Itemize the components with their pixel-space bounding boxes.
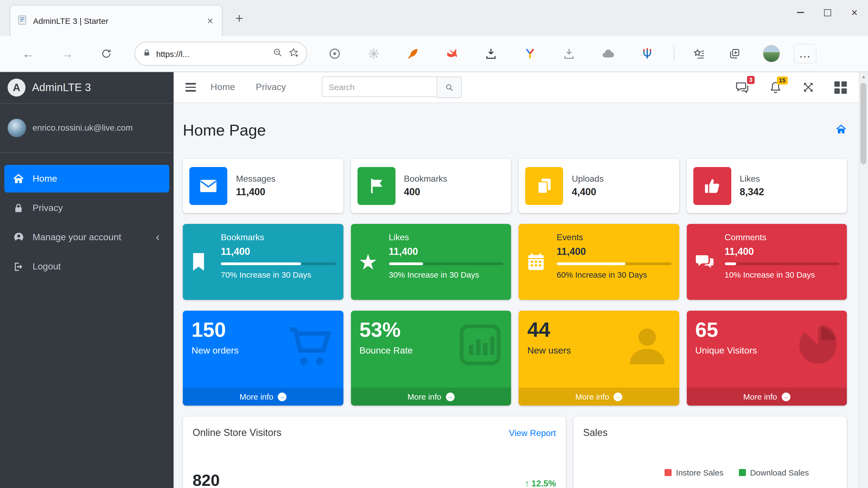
info-box-title: Uploads bbox=[572, 174, 603, 183]
download-dark-extension-icon[interactable] bbox=[484, 46, 498, 61]
tab-favicon-icon bbox=[17, 14, 28, 27]
info-box-title: Likes bbox=[740, 174, 760, 183]
back-button[interactable]: ← bbox=[16, 42, 40, 66]
tab-strip: AdminLTE 3 | Starter × + × bbox=[0, 0, 868, 36]
extensions-row bbox=[328, 46, 654, 61]
notifications-button[interactable]: 15 bbox=[769, 80, 782, 94]
fullscreen-button[interactable] bbox=[802, 81, 815, 94]
close-icon: × bbox=[851, 7, 858, 18]
zoom-out-icon[interactable] bbox=[273, 48, 283, 60]
gear-extension-icon[interactable] bbox=[367, 46, 381, 61]
favorites-hub-icon[interactable] bbox=[692, 46, 706, 61]
scrollbar-thumb[interactable] bbox=[860, 83, 866, 164]
forward-button[interactable]: → bbox=[55, 42, 79, 66]
info-box-title: Messages bbox=[236, 174, 276, 183]
hamburger-icon[interactable] bbox=[182, 79, 198, 95]
profile-avatar[interactable] bbox=[763, 45, 780, 62]
scroll-up-icon[interactable]: ▲ bbox=[859, 72, 868, 81]
vertical-scrollbar[interactable]: ▲ bbox=[859, 72, 868, 488]
collections-icon[interactable] bbox=[727, 46, 742, 61]
more-info-link[interactable]: More info → bbox=[519, 388, 679, 405]
shopping-cart-icon bbox=[287, 323, 335, 372]
logout-icon bbox=[10, 261, 27, 272]
messages-button[interactable]: 3 bbox=[735, 80, 749, 94]
minimize-button[interactable] bbox=[786, 0, 814, 25]
navbar-link-home[interactable]: Home bbox=[211, 82, 235, 93]
more-info-link[interactable]: More info → bbox=[351, 388, 511, 405]
trident-extension-icon[interactable] bbox=[640, 46, 654, 61]
navbar-icons: 3 15 bbox=[735, 80, 847, 94]
circle-dot-extension-icon[interactable] bbox=[328, 46, 342, 61]
pie-chart-icon bbox=[794, 323, 838, 369]
refresh-button[interactable] bbox=[94, 42, 118, 66]
progress-box-events: Events 11,400 60% Increase in 30 Days bbox=[519, 224, 679, 300]
breadcrumb-home-icon[interactable] bbox=[835, 123, 847, 137]
search-button[interactable] bbox=[437, 76, 462, 98]
progress-bar bbox=[557, 262, 671, 265]
toolbar-separator bbox=[674, 46, 674, 61]
info-box-value: 400 bbox=[404, 187, 447, 198]
info-box-bookmarks: Bookmarks400 bbox=[351, 159, 511, 213]
close-window-button[interactable]: × bbox=[841, 0, 868, 25]
info-box-title: Bookmarks bbox=[404, 174, 447, 183]
sidebar-item-label: Logout bbox=[33, 261, 61, 272]
download-gray-extension-icon[interactable] bbox=[562, 46, 576, 61]
minimize-icon bbox=[797, 12, 804, 13]
browser-menu-button[interactable]: … bbox=[794, 44, 816, 63]
progress-box-description: 30% Increase in 30 Days bbox=[389, 270, 503, 279]
y-extension-icon[interactable] bbox=[523, 46, 537, 61]
copy-icon bbox=[525, 167, 563, 205]
star-icon: ★ bbox=[358, 251, 378, 273]
notifications-badge: 15 bbox=[777, 76, 788, 84]
expand-arrows-icon bbox=[802, 81, 815, 94]
swift-extension-icon[interactable] bbox=[445, 46, 459, 61]
browser-tab[interactable]: AdminLTE 3 | Starter × bbox=[10, 5, 222, 36]
cloud-extension-icon[interactable] bbox=[601, 46, 615, 61]
progress-box-row: Bookmarks 11,400 70% Increase in 30 Days… bbox=[183, 224, 847, 300]
address-bar[interactable]: https://l... bbox=[134, 42, 307, 66]
more-info-link[interactable]: More info → bbox=[183, 388, 343, 405]
legend-item-download: Download Sales bbox=[739, 468, 809, 477]
page: A AdminLTE 3 enrico.rossini.uk@live.com … bbox=[0, 72, 868, 488]
navbar-link-privacy[interactable]: Privacy bbox=[256, 82, 286, 93]
sidebar-item-label: Privacy bbox=[33, 202, 63, 214]
legend-item-instore: Instore Sales bbox=[664, 468, 723, 477]
info-box-row: Messages11,400 Bookmarks400 Uploads4,400 bbox=[183, 159, 847, 213]
new-tab-button[interactable]: + bbox=[230, 9, 248, 27]
user-avatar[interactable] bbox=[8, 119, 26, 137]
sidebar-item-manage-account[interactable]: Manage your account ‹ bbox=[4, 223, 169, 251]
arrow-circle-right-icon: → bbox=[781, 392, 790, 401]
user-panel: enrico.rossini.uk@live.com bbox=[0, 104, 174, 153]
widgets-button[interactable] bbox=[834, 81, 847, 94]
user-email[interactable]: enrico.rossini.uk@live.com bbox=[33, 123, 133, 133]
legend-swatch bbox=[664, 469, 672, 476]
progress-box-bookmarks: Bookmarks 11,400 70% Increase in 30 Days bbox=[183, 224, 343, 300]
progress-box-title: Likes bbox=[389, 233, 503, 242]
flag-icon bbox=[357, 167, 395, 205]
maximize-button[interactable] bbox=[814, 0, 841, 25]
brand-logo-icon: A bbox=[8, 78, 26, 97]
tab-close-icon[interactable]: × bbox=[205, 15, 215, 27]
progress-bar bbox=[389, 262, 503, 265]
content-header: Home Page bbox=[183, 119, 847, 141]
progress-box-likes: ★ Likes 11,400 30% Increase in 30 Days bbox=[351, 224, 511, 300]
search-input[interactable] bbox=[322, 76, 437, 97]
sidebar-item-label: Home bbox=[33, 173, 57, 184]
progress-box-value: 11,400 bbox=[389, 246, 503, 258]
sidebar-item-privacy[interactable]: Privacy bbox=[4, 194, 169, 222]
toolbar-right-group bbox=[692, 45, 780, 62]
brand-text: AdminLTE 3 bbox=[32, 82, 91, 94]
user-circle-icon bbox=[10, 231, 27, 243]
add-favorite-icon[interactable] bbox=[288, 47, 299, 60]
comments-icon bbox=[694, 231, 724, 292]
brand-link[interactable]: A AdminLTE 3 bbox=[0, 72, 174, 104]
feather-extension-icon[interactable] bbox=[406, 46, 420, 61]
more-info-link[interactable]: More info → bbox=[686, 388, 847, 405]
thumbs-up-icon bbox=[693, 167, 731, 205]
home-icon bbox=[10, 173, 27, 185]
card-title: Sales bbox=[583, 427, 608, 438]
sidebar-item-logout[interactable]: Logout bbox=[4, 253, 169, 280]
view-report-link[interactable]: View Report bbox=[509, 428, 556, 438]
sidebar-item-home[interactable]: Home bbox=[4, 165, 169, 193]
sidebar: A AdminLTE 3 enrico.rossini.uk@live.com … bbox=[0, 72, 174, 488]
